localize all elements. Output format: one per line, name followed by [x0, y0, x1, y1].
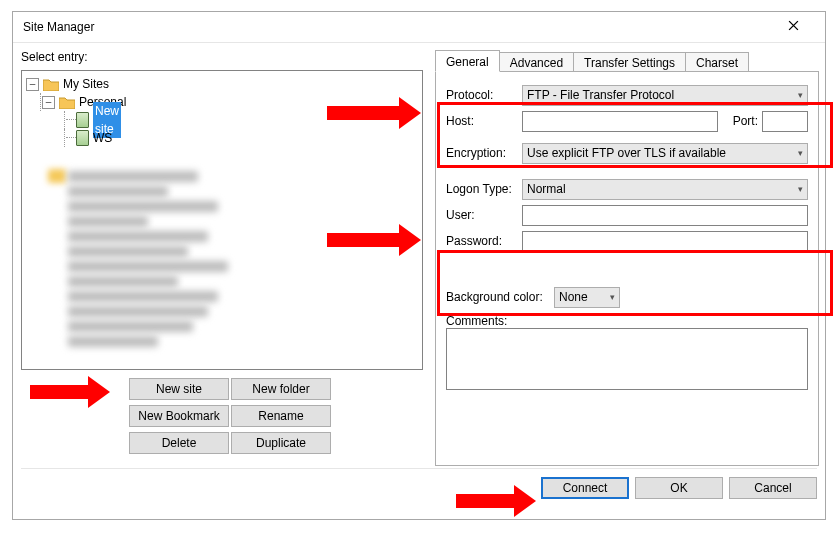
tab-transfer[interactable]: Transfer Settings	[573, 52, 686, 72]
logon-type-label: Logon Type:	[446, 182, 522, 196]
close-button[interactable]	[771, 13, 815, 41]
site-manager-dialog: Site Manager Select entry: – My Sites – …	[12, 11, 826, 520]
tree-root-label: My Sites	[63, 75, 109, 93]
chevron-down-icon: ▾	[798, 184, 803, 194]
password-input[interactable]	[522, 231, 808, 252]
titlebar: Site Manager	[13, 12, 825, 43]
delete-button[interactable]: Delete	[129, 432, 229, 454]
tree-site-ws[interactable]: WS	[26, 129, 418, 147]
tree-site-label: WS	[93, 129, 112, 147]
window-title: Site Manager	[23, 12, 94, 42]
highlight-box	[437, 250, 833, 316]
cancel-button[interactable]: Cancel	[729, 477, 817, 499]
comments-textarea[interactable]	[446, 328, 808, 390]
protocol-value: FTP - File Transfer Protocol	[527, 88, 674, 102]
tree-folder-personal[interactable]: – Personal	[26, 93, 418, 111]
connect-button[interactable]: Connect	[541, 477, 629, 499]
duplicate-button[interactable]: Duplicate	[231, 432, 331, 454]
tree-site-newsite[interactable]: New site	[26, 111, 418, 129]
tree-root[interactable]: – My Sites	[26, 75, 418, 93]
folder-icon	[59, 96, 75, 109]
server-icon	[76, 112, 89, 128]
protocol-label: Protocol:	[446, 88, 522, 102]
blurred-entries	[68, 171, 268, 361]
tab-advanced[interactable]: Advanced	[499, 52, 574, 72]
ok-button[interactable]: OK	[635, 477, 723, 499]
tab-general[interactable]: General	[435, 50, 500, 72]
new-bookmark-button[interactable]: New Bookmark	[129, 405, 229, 427]
close-icon	[788, 20, 799, 31]
logon-type-select[interactable]: Normal ▾	[522, 179, 808, 200]
rename-button[interactable]: Rename	[231, 405, 331, 427]
new-folder-button[interactable]: New folder	[231, 378, 331, 400]
highlight-box	[437, 102, 833, 168]
folder-icon	[43, 78, 59, 91]
comments-label: Comments:	[446, 314, 808, 328]
tab-charset[interactable]: Charset	[685, 52, 749, 72]
server-icon	[76, 130, 89, 146]
logon-type-value: Normal	[527, 182, 566, 196]
dialog-footer: Connect OK Cancel	[21, 468, 817, 511]
collapse-icon[interactable]: –	[42, 96, 55, 109]
site-tree[interactable]: – My Sites – Personal New site	[21, 70, 423, 370]
collapse-icon[interactable]: –	[26, 78, 39, 91]
chevron-down-icon: ▾	[798, 90, 803, 100]
tabs: General Advanced Transfer Settings Chars…	[435, 50, 819, 72]
user-label: User:	[446, 208, 522, 222]
password-label: Password:	[446, 234, 522, 248]
new-site-button[interactable]: New site	[129, 378, 229, 400]
user-input[interactable]	[522, 205, 808, 226]
